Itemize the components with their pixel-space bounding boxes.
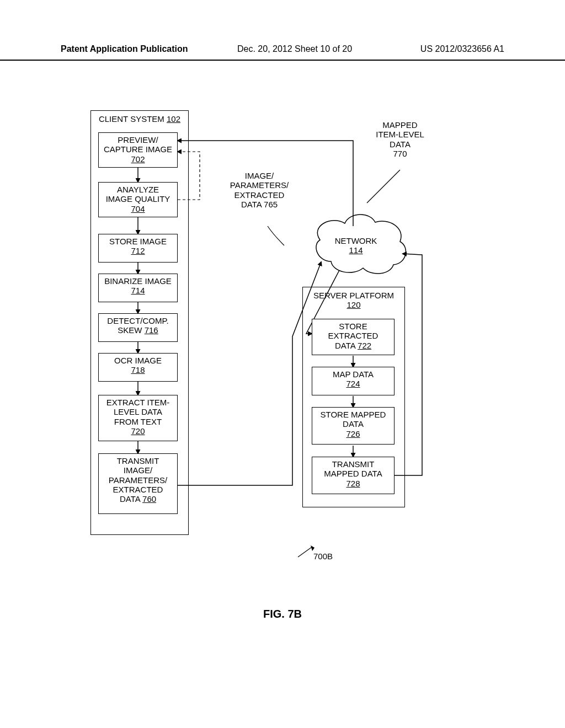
network-ref: 114 [349, 245, 363, 255]
page: Patent Application Publication Dec. 20, … [0, 0, 565, 728]
diagram-7b: CLIENT SYSTEM 102 PREVIEW/CAPTURE IMAGE … [83, 110, 486, 590]
network-cloud: NETWORK 114 [331, 236, 381, 255]
header-mid: Dec. 20, 2012 Sheet 10 of 20 [237, 44, 352, 54]
text-720: EXTRACT ITEM-LEVEL DATAFROM TEXT [106, 398, 170, 426]
box-transmit-client: TRANSMITIMAGE/PARAMETERS/EXTRACTEDDATA 7… [98, 453, 178, 514]
text-718: OCR IMAGE [114, 356, 162, 365]
label-765: IMAGE/PARAMETERS/EXTRACTEDDATA 765 [226, 171, 292, 209]
figure-label: FIG. 7B [0, 608, 565, 620]
svg-marker-11 [311, 545, 315, 551]
box-extract: EXTRACT ITEM-LEVEL DATAFROM TEXT 720 [98, 395, 178, 441]
ref-760: 760 [142, 494, 156, 504]
ref-704: 704 [131, 204, 145, 213]
box-map-data: MAP DATA 724 [312, 367, 395, 395]
ref-702: 702 [131, 154, 145, 164]
server-platform-ref: 120 [347, 300, 360, 309]
text-716: DETECT/COMP.SKEW [107, 316, 168, 335]
box-store-image: STORE IMAGE 712 [98, 234, 178, 263]
text-702: PREVIEW/CAPTURE IMAGE [104, 135, 172, 154]
client-system-ref: 102 [167, 114, 180, 124]
text-714: BINARIZE IMAGE [104, 276, 172, 286]
box-store-extracted: STOREEXTRACTEDDATA 722 [312, 319, 395, 355]
text-724: MAP DATA [333, 370, 374, 379]
server-platform-title: SERVER PLATFORM 120 [303, 287, 404, 311]
box-store-mapped: STORE MAPPEDDATA 726 [312, 407, 395, 445]
ref-726: 726 [346, 429, 360, 438]
ref-718: 718 [131, 365, 145, 374]
text-704: ANAYLYZEIMAGE QUALITY [106, 185, 170, 204]
page-header: Patent Application Publication Dec. 20, … [0, 44, 565, 61]
client-system-title: CLIENT SYSTEM 102 [91, 111, 188, 125]
client-system-title-text: CLIENT SYSTEM [99, 114, 164, 124]
ref-716: 716 [145, 325, 158, 335]
box-transmit-mapped: TRANSMITMAPPED DATA 728 [312, 457, 395, 494]
ref-728: 728 [346, 479, 360, 488]
header-left: Patent Application Publication [61, 44, 188, 54]
box-skew: DETECT/COMP.SKEW 716 [98, 313, 178, 342]
box-preview-capture: PREVIEW/CAPTURE IMAGE 702 [98, 132, 178, 168]
text-728: TRANSMITMAPPED DATA [324, 459, 382, 478]
ref-714: 714 [131, 286, 145, 295]
network-title: NETWORK [335, 236, 377, 245]
ref-724: 724 [346, 379, 360, 388]
text-726: STORE MAPPEDDATA [321, 410, 386, 429]
label-700b: 700B [313, 552, 333, 561]
ref-720: 720 [131, 426, 145, 436]
ref-712: 712 [131, 246, 145, 255]
server-platform-title-text: SERVER PLATFORM [313, 291, 394, 300]
box-binarize: BINARIZE IMAGE 714 [98, 274, 178, 302]
text-712: STORE IMAGE [109, 237, 167, 246]
ref-722: 722 [358, 341, 371, 350]
header-right: US 2012/0323656 A1 [420, 44, 504, 54]
text-760: TRANSMITIMAGE/PARAMETERS/EXTRACTEDDATA [109, 456, 167, 504]
svg-line-10 [298, 547, 312, 557]
box-analyze-quality: ANAYLYZEIMAGE QUALITY 704 [98, 182, 178, 217]
box-ocr: OCR IMAGE 718 [98, 353, 178, 382]
label-770: MAPPEDITEM-LEVELDATA770 [370, 120, 430, 158]
